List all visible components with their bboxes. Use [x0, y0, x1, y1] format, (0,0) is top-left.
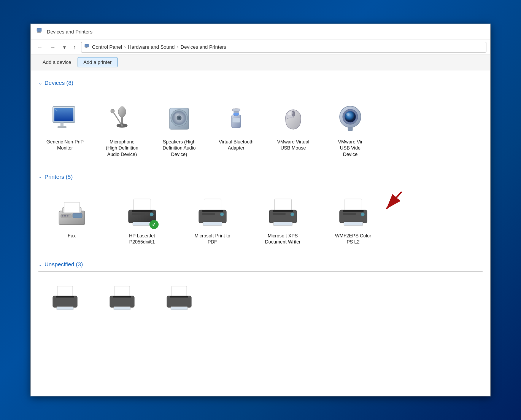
svg-rect-7: [54, 108, 73, 121]
device-speakers[interactable]: Speakers (HighDefinition AudioDevice): [152, 98, 206, 161]
svg-rect-43: [133, 199, 151, 211]
printer-wmf[interactable]: WMF2EPS ColorPS L2: [320, 192, 386, 249]
nav-bar: ← → ▾ ↑ Control Panel › Hardware and Sou…: [31, 40, 490, 54]
devices-title: Devices (8): [44, 80, 73, 86]
unspec-icon-2: [107, 283, 137, 313]
unspecified-chevron: ⌄: [38, 262, 42, 267]
svg-rect-80: [171, 307, 187, 310]
svg-rect-72: [57, 307, 73, 310]
printer-pdf[interactable]: Microsoft Print toPDF: [179, 192, 246, 249]
title-icon: [36, 27, 44, 37]
svg-point-59: [291, 213, 294, 216]
unspecified-title: Unspecified (3): [44, 261, 83, 267]
svg-rect-46: [133, 222, 152, 226]
svg-rect-62: [340, 210, 367, 223]
unspecified-grid: [38, 275, 483, 321]
svg-rect-34: [348, 127, 353, 131]
svg-point-65: [361, 213, 364, 216]
printers-grid: Fax: [38, 188, 483, 257]
device-monitor[interactable]: Generic Non-PnPMonitor: [38, 98, 92, 161]
unspec-item-1[interactable]: [38, 279, 92, 317]
device-webcam[interactable]: VMware VirUSB VideDevice: [324, 98, 377, 161]
mouse-label: VMware VirtualUSB Mouse: [277, 139, 310, 151]
unspecified-section-header[interactable]: ⌄ Unspecified (3): [38, 261, 483, 267]
svg-rect-57: [273, 210, 293, 212]
xps-label: Microsoft XPSDocument Writer: [265, 233, 301, 245]
svg-rect-0: [37, 28, 41, 32]
svg-line-68: [386, 192, 402, 209]
webcam-icon: [333, 102, 367, 136]
dropdown-button[interactable]: ▾: [60, 43, 68, 52]
pdf-label: Microsoft Print toPDF: [195, 233, 230, 245]
main-window: Devices and Printers ← → ▾ ↑ Control Pan…: [30, 24, 491, 396]
svg-rect-76: [114, 307, 130, 310]
bluetooth-icon: [219, 102, 253, 136]
speakers-label: Speakers (HighDefinition AudioDevice): [163, 139, 196, 158]
svg-rect-3: [85, 44, 89, 47]
svg-rect-74: [110, 296, 134, 307]
back-button[interactable]: ←: [35, 43, 45, 52]
printers-chevron: ⌄: [38, 174, 42, 179]
svg-point-16: [111, 109, 114, 113]
svg-rect-42: [73, 213, 82, 218]
svg-point-32: [345, 111, 356, 123]
add-device-button[interactable]: Add a device: [37, 57, 77, 67]
unspecified-divider: [38, 271, 483, 272]
red-arrow-annotation: [375, 188, 405, 218]
hp-label: HP LaserJetP2055dn#:1: [129, 233, 155, 245]
address-bar[interactable]: Control Panel › Hardware and Sound › Dev…: [81, 42, 486, 52]
monitor-icon: [48, 102, 82, 136]
svg-rect-73: [114, 286, 130, 297]
add-printer-button[interactable]: Add a printer: [78, 57, 117, 67]
printers-divider: [38, 184, 483, 184]
printer-fax[interactable]: Fax: [38, 192, 105, 249]
printers-title: Printers (5): [44, 173, 73, 180]
default-badge: ✓: [149, 220, 159, 229]
svg-rect-79: [170, 296, 188, 298]
svg-rect-61: [345, 199, 362, 211]
toolbar: Add a device Add a printer: [31, 54, 490, 70]
svg-rect-25: [232, 109, 240, 111]
svg-rect-71: [56, 296, 74, 298]
svg-rect-58: [273, 222, 292, 226]
monitor-label: Generic Non-PnPMonitor: [46, 139, 84, 151]
printers-section-header[interactable]: ⌄ Printers (5): [38, 173, 483, 180]
unspec-icon-3: [164, 283, 194, 313]
webcam-label: VMware VirUSB VideDevice: [338, 139, 362, 158]
svg-rect-75: [113, 296, 131, 298]
svg-rect-4: [86, 47, 87, 48]
svg-rect-51: [202, 210, 223, 212]
forward-button[interactable]: →: [48, 43, 58, 52]
device-mouse[interactable]: VMware VirtualUSB Mouse: [267, 98, 320, 161]
svg-rect-5: [85, 48, 88, 48]
wmf-label: WMF2EPS ColorPS L2: [335, 233, 371, 245]
svg-point-11: [118, 107, 126, 117]
device-bluetooth[interactable]: Virtual BluetoothAdapter: [210, 98, 263, 161]
unspec-item-3[interactable]: [152, 279, 206, 317]
svg-point-26: [233, 113, 239, 116]
svg-rect-52: [203, 222, 222, 226]
svg-rect-54: [202, 213, 215, 215]
svg-rect-60: [273, 213, 286, 215]
devices-chevron: ⌄: [38, 80, 42, 86]
svg-rect-9: [57, 126, 67, 128]
bluetooth-label: Virtual BluetoothAdapter: [219, 139, 254, 151]
svg-rect-78: [167, 296, 191, 307]
unspec-item-2[interactable]: [95, 279, 149, 317]
svg-rect-41: [67, 215, 68, 216]
speakers-icon: [162, 102, 196, 136]
svg-rect-64: [344, 222, 363, 226]
printer-hp[interactable]: ✓ HP LaserJetP2055dn#:1: [109, 192, 175, 249]
svg-rect-40: [64, 215, 66, 216]
device-microphone[interactable]: Microphone(High DefinitionAudio Device): [95, 98, 149, 161]
devices-section-header[interactable]: ⌄ Devices (8): [38, 80, 483, 86]
svg-rect-39: [62, 215, 64, 216]
svg-rect-8: [60, 123, 64, 126]
printer-xps[interactable]: Microsoft XPSDocument Writer: [249, 192, 316, 249]
svg-point-21: [178, 117, 180, 119]
devices-grid: Generic Non-PnPMonitor: [38, 94, 483, 169]
svg-rect-2: [37, 32, 41, 33]
mouse-icon: [276, 102, 310, 136]
svg-rect-56: [269, 210, 297, 223]
up-button[interactable]: ↑: [71, 43, 79, 52]
